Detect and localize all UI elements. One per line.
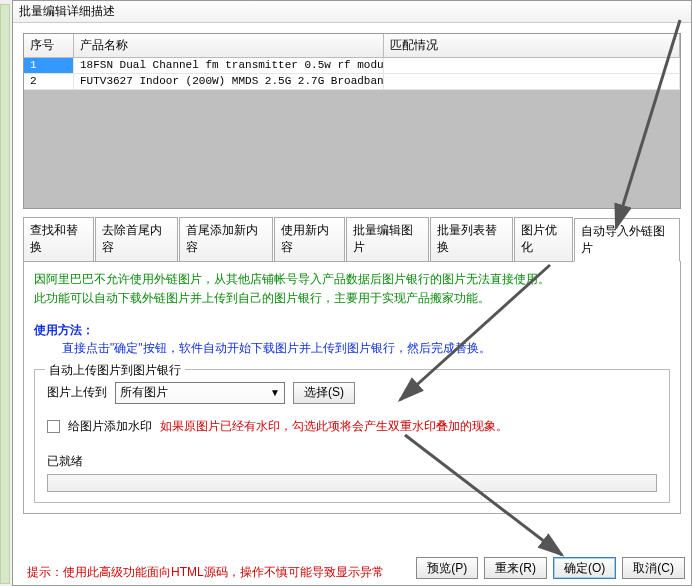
- tab-batch-edit-image[interactable]: 批量编辑图片: [346, 217, 429, 261]
- product-grid: 序号 产品名称 匹配情况 1 18FSN Dual Channel fm tra…: [23, 33, 681, 209]
- dialog-button-bar: 预览(P) 重来(R) 确定(O) 取消(C): [416, 557, 685, 579]
- upload-to-label: 图片上传到: [47, 384, 107, 401]
- cell-seq: 2: [24, 74, 74, 89]
- tab-batch-list-replace[interactable]: 批量列表替换: [430, 217, 513, 261]
- cell-name: 18FSN Dual Channel fm transmitter 0.5w r…: [74, 58, 384, 73]
- ready-label: 已就绪: [47, 453, 657, 470]
- ok-button[interactable]: 确定(O): [553, 557, 616, 579]
- tab-panel: 因阿里巴巴不允许使用外链图片，从其他店铺帐号导入产品数据后图片银行的图片无法直接…: [23, 262, 681, 514]
- select-button[interactable]: 选择(S): [293, 382, 355, 404]
- col-header-name[interactable]: 产品名称: [74, 34, 384, 57]
- grid-header: 序号 产品名称 匹配情况: [24, 34, 680, 58]
- cell-match: [384, 74, 680, 89]
- dialog-window: 批量编辑详细描述 序号 产品名称 匹配情况 1 18FSN Dual Chann…: [12, 0, 692, 586]
- tab-image-optimize[interactable]: 图片优化: [514, 217, 574, 261]
- watermark-checkbox[interactable]: [47, 420, 60, 433]
- upload-target-select[interactable]: 所有图片 ▼: [115, 382, 285, 404]
- cell-name: FUTV3627 Indoor (200W) MMDS 2.5G 2.7G Br…: [74, 74, 384, 89]
- tab-append[interactable]: 首尾添加新内容: [179, 217, 273, 261]
- col-header-match[interactable]: 匹配情况: [384, 34, 680, 57]
- cell-match: [384, 58, 680, 73]
- select-value: 所有图片: [120, 384, 168, 401]
- tab-auto-import-external-image[interactable]: 自动导入外链图片: [574, 218, 680, 262]
- tab-find-replace[interactable]: 查找和替换: [23, 217, 94, 261]
- group-title: 自动上传图片到图片银行: [45, 362, 185, 379]
- chevron-down-icon: ▼: [270, 387, 280, 398]
- watermark-warning: 如果原图片已经有水印，勾选此项将会产生双重水印叠加的现象。: [160, 418, 508, 435]
- tab-bar: 查找和替换 去除首尾内容 首尾添加新内容 使用新内容 批量编辑图片 批量列表替换…: [23, 217, 681, 262]
- watermark-label: 给图片添加水印: [68, 418, 152, 435]
- usage-step: 直接点击"确定"按钮，软件自动开始下载图片并上传到图片银行，然后完成替换。: [62, 339, 670, 358]
- table-row[interactable]: 2 FUTV3627 Indoor (200W) MMDS 2.5G 2.7G …: [24, 74, 680, 90]
- col-header-seq[interactable]: 序号: [24, 34, 74, 57]
- upload-group: 自动上传图片到图片银行 图片上传到 所有图片 ▼ 选择(S) 给图片添加水印 如…: [34, 369, 670, 503]
- reset-button[interactable]: 重来(R): [484, 557, 547, 579]
- grid-body: 1 18FSN Dual Channel fm transmitter 0.5w…: [24, 58, 680, 208]
- cell-seq: 1: [24, 58, 74, 73]
- usage-title: 使用方法：: [34, 322, 670, 339]
- window-title: 批量编辑详细描述: [13, 1, 691, 23]
- cancel-button[interactable]: 取消(C): [622, 557, 685, 579]
- progress-bar: [47, 474, 657, 492]
- preview-button[interactable]: 预览(P): [416, 557, 478, 579]
- description-line-1: 因阿里巴巴不允许使用外链图片，从其他店铺帐号导入产品数据后图片银行的图片无法直接…: [34, 270, 670, 289]
- background-panel: [0, 4, 10, 584]
- table-row[interactable]: 1 18FSN Dual Channel fm transmitter 0.5w…: [24, 58, 680, 74]
- description-line-2: 此功能可以自动下载外链图片并上传到自己的图片银行，主要用于实现产品搬家功能。: [34, 289, 670, 308]
- tab-new-content[interactable]: 使用新内容: [274, 217, 345, 261]
- tab-trim[interactable]: 去除首尾内容: [95, 217, 178, 261]
- bottom-hint: 提示：使用此高级功能面向HTML源码，操作不慎可能导致显示异常: [27, 564, 384, 581]
